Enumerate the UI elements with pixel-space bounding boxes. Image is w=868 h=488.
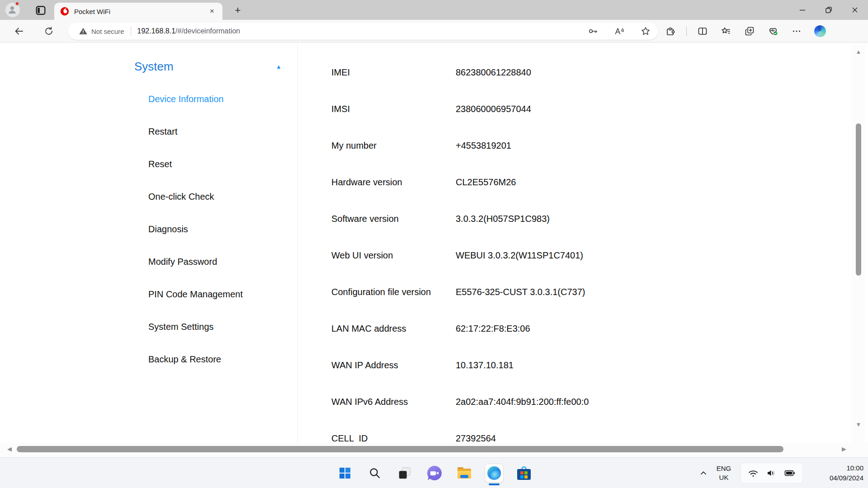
tab-layout-icon[interactable] — [34, 4, 47, 17]
sidebar-header[interactable]: System ▲ — [134, 57, 297, 75]
info-row-my-number: My number +4553819201 — [331, 127, 783, 164]
collections-icon[interactable] — [742, 23, 757, 39]
task-view-icon[interactable] — [395, 464, 414, 483]
browser-essentials-icon[interactable] — [765, 23, 781, 39]
device-information-panel: IMEI 862380061228840 IMSI 23806000695704… — [331, 43, 783, 457]
info-value: 3.0.3.2(H057SP1C983) — [456, 214, 550, 224]
vertical-scrollbar[interactable]: ▲ ▼ — [852, 43, 865, 442]
info-row-imei: IMEI 862380061228840 — [331, 54, 783, 91]
info-value: +4553819201 — [456, 141, 511, 151]
info-row-wan-ip-address: WAN IP Address 10.137.10.181 — [331, 347, 783, 384]
browser-toolbar: Not secure 192.168.8.1/#/deviceinformati… — [0, 20, 868, 42]
hidden-icons-chevron[interactable] — [695, 468, 712, 478]
copilot-icon[interactable] — [812, 23, 828, 39]
active-app-indicator — [489, 483, 500, 485]
chat-teams-icon[interactable] — [425, 464, 444, 483]
scroll-right-arrow-icon[interactable]: ▶ — [842, 446, 846, 452]
info-row-configuration-file-version: Configuration file version E5576-325-CUS… — [331, 274, 783, 310]
vertical-scrollbar-thumb[interactable] — [856, 123, 861, 276]
info-label: WAN IPv6 Address — [331, 397, 456, 407]
info-label: WAN IP Address — [331, 360, 456, 371]
info-label: My number — [331, 141, 456, 151]
not-secure-warning-icon — [79, 27, 88, 36]
settings-more-icon[interactable] — [789, 23, 804, 39]
horizontal-scrollbar[interactable]: ◀ ▶ — [0, 442, 868, 457]
info-label: Web UI version — [331, 250, 456, 261]
back-button[interactable] — [12, 24, 26, 38]
quick-settings[interactable] — [741, 463, 803, 483]
info-label: Software version — [331, 214, 456, 224]
info-value: 238060006957044 — [456, 104, 531, 114]
vodafone-favicon — [60, 6, 70, 16]
info-value: 62:17:22:F8:E3:06 — [456, 324, 530, 334]
sidebar-item-diagnosis[interactable]: Diagnosis — [127, 213, 297, 245]
clock-time: 10:00 — [806, 463, 863, 473]
url-text[interactable]: 192.168.8.1/#/deviceinformation — [137, 27, 241, 35]
info-row-wan-ipv6-address: WAN IPv6 Address 2a02:aa7:404f:9b91:200:… — [331, 384, 783, 420]
info-label: Configuration file version — [331, 287, 456, 297]
start-button[interactable] — [335, 464, 354, 483]
toolbar-extensions-area — [663, 23, 828, 40]
password-key-icon[interactable] — [587, 25, 599, 37]
scroll-down-arrow-icon[interactable]: ▼ — [852, 421, 865, 428]
sidebar-item-one-click-check[interactable]: One-click Check — [127, 180, 297, 213]
browser-tab[interactable]: Pocket WiFi × — [54, 3, 222, 20]
horizontal-scrollbar-thumb[interactable] — [17, 446, 783, 452]
info-label: IMSI — [331, 104, 456, 114]
info-value: WEBUI 3.0.3.2(W11SP1C7401) — [456, 250, 583, 261]
sidebar-item-device-information[interactable]: Device Information — [127, 83, 297, 115]
sidebar-header-label: System — [134, 60, 174, 74]
restore-button[interactable] — [816, 0, 842, 20]
info-row-lan-mac-address: LAN MAC address 62:17:22:F8:E3:06 — [331, 310, 783, 347]
split-screen-icon[interactable] — [695, 23, 710, 39]
favorite-star-icon[interactable] — [640, 25, 651, 37]
url-domain: 192.168.8.1 — [137, 27, 176, 35]
scroll-left-arrow-icon[interactable]: ◀ — [7, 446, 12, 452]
info-row-software-version: Software version 3.0.3.2(H057SP1C983) — [331, 201, 783, 237]
info-row-hardware-version: Hardware version CL2E5576M26 — [331, 164, 783, 201]
minimize-button[interactable] — [789, 0, 816, 20]
microsoft-store-icon[interactable] — [514, 464, 533, 483]
tab-close-icon[interactable]: × — [207, 6, 217, 16]
info-value: 862380061228840 — [456, 67, 531, 78]
sidebar-item-reset[interactable]: Reset — [127, 148, 297, 180]
sidebar-item-pin-code-management[interactable]: PIN Code Management — [127, 278, 297, 310]
info-row-imsi: IMSI 238060006957044 — [331, 91, 783, 127]
language-indicator[interactable]: ENG UK — [712, 464, 736, 483]
battery-icon — [783, 468, 796, 479]
file-explorer-icon[interactable] — [455, 464, 474, 483]
info-row-web-ui-version: Web UI version WEBUI 3.0.3.2(W11SP1C7401… — [331, 237, 783, 274]
address-divider — [131, 27, 131, 36]
sidebar-menu: Device Information Restart Reset One-cli… — [127, 83, 297, 375]
read-aloud-icon[interactable] — [613, 25, 625, 37]
sidebar-item-modify-password[interactable]: Modify Password — [127, 245, 297, 278]
system-tray: ENG UK — [695, 458, 868, 488]
sidebar-item-system-settings[interactable]: System Settings — [127, 310, 297, 343]
sidebar-item-restart[interactable]: Restart — [127, 115, 297, 148]
new-tab-button[interactable]: + — [231, 4, 244, 17]
window-controls — [789, 0, 868, 20]
profile-notification-dot — [15, 1, 19, 6]
scroll-up-arrow-icon[interactable]: ▲ — [852, 48, 865, 55]
page-content: System ▲ Device Information Restart Rese… — [0, 43, 868, 457]
search-icon[interactable] — [365, 464, 384, 483]
toolbar-divider — [686, 26, 687, 36]
info-value: 10.137.10.181 — [456, 360, 514, 371]
language-line2: UK — [712, 473, 736, 482]
edge-taskbar-icon[interactable] — [485, 464, 504, 483]
taskbar-app-icons — [335, 458, 533, 488]
not-secure-label[interactable]: Not secure — [91, 28, 124, 35]
wifi-icon — [747, 468, 759, 479]
extensions-icon[interactable] — [663, 23, 678, 39]
screen: Pocket WiFi × + — [0, 0, 868, 488]
sidebar-item-backup-restore[interactable]: Backup & Restore — [127, 343, 297, 375]
refresh-button[interactable] — [42, 24, 56, 38]
taskbar-clock[interactable]: 10:00 04/09/2024 — [806, 463, 863, 483]
info-label: LAN MAC address — [331, 324, 456, 334]
address-bar[interactable]: Not secure 192.168.8.1/#/deviceinformati… — [68, 23, 658, 40]
close-window-button[interactable] — [842, 0, 868, 20]
favorites-icon[interactable] — [718, 23, 734, 39]
volume-icon — [765, 468, 777, 479]
collapse-arrow-icon[interactable]: ▲ — [276, 63, 282, 70]
tab-strip: Pocket WiFi × + — [0, 0, 868, 20]
